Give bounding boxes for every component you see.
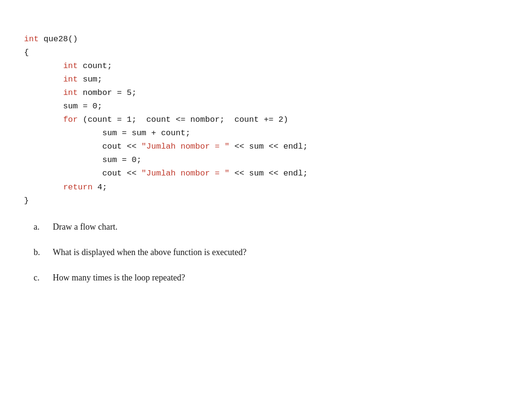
sub-question-label: a.: [34, 222, 53, 232]
code-line: return 4;: [24, 181, 494, 194]
code-line: int count;: [24, 59, 494, 73]
sub-question-text: How many times is the loop repeated?: [53, 273, 494, 283]
code-line: sum = 0;: [24, 100, 494, 113]
code-line: int que28(): [24, 33, 494, 46]
sub-question-text: What is displayed when the above functio…: [53, 247, 494, 257]
sub-question: c.How many times is the loop repeated?: [34, 273, 494, 283]
code-line: cout << "Jumlah nombor = " << sum << end…: [24, 167, 494, 180]
code-line: sum = 0;: [24, 153, 494, 167]
sub-question: a.Draw a flow chart.: [34, 222, 494, 232]
sub-questions: a.Draw a flow chart.b.What is displayed …: [34, 222, 494, 283]
sub-question-text: Draw a flow chart.: [53, 222, 494, 232]
code-line: sum = sum + count;: [24, 127, 494, 140]
code-line: for (count = 1; count <= nombor; count +…: [24, 113, 494, 127]
sub-question-label: b.: [34, 247, 53, 257]
code-line: int sum;: [24, 73, 494, 86]
code-line: int nombor = 5;: [24, 86, 494, 100]
code-line: }: [24, 194, 494, 208]
sub-question-label: c.: [34, 273, 53, 283]
code-line: cout << "Jumlah nombor = " << sum << end…: [24, 140, 494, 153]
code-block: int que28(){ int count; int sum; int nom…: [24, 33, 494, 208]
code-line: {: [24, 46, 494, 59]
sub-question: b.What is displayed when the above funct…: [34, 247, 494, 257]
